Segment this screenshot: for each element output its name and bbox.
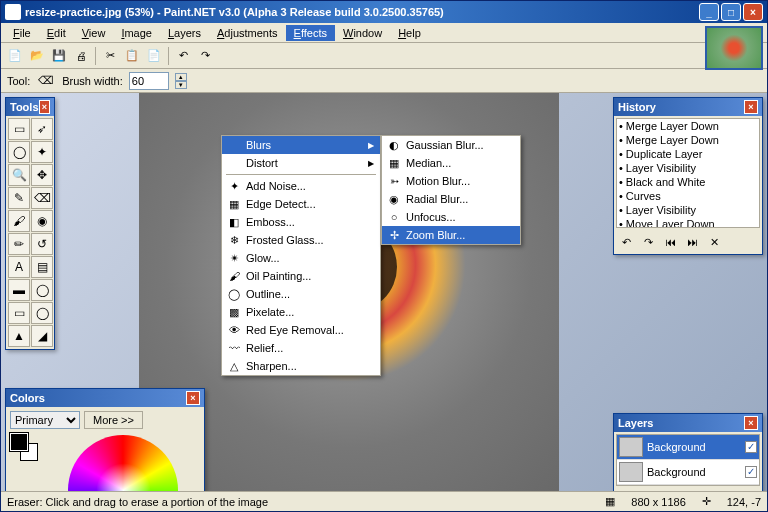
minimize-button[interactable]: _ [699, 3, 719, 21]
maximize-button[interactable]: □ [721, 3, 741, 21]
effect-red-eye-removal-[interactable]: 👁Red Eye Removal... [222, 321, 380, 339]
fg-bg-swatches[interactable] [10, 433, 40, 463]
effect-sharpen-[interactable]: △Sharpen... [222, 357, 380, 375]
color-wheel[interactable] [68, 435, 178, 491]
effect-relief-[interactable]: 〰Relief... [222, 339, 380, 357]
history-redo-button[interactable]: ↷ [638, 232, 658, 252]
menu-view[interactable]: View [74, 25, 114, 41]
layer-item[interactable]: Background✓ [617, 435, 759, 460]
blur-zoom-blur-[interactable]: ✢Zoom Blur... [382, 226, 520, 244]
layer-down-button[interactable]: ▼ [720, 490, 739, 491]
colors-close-button[interactable]: × [186, 391, 200, 405]
menu-effects[interactable]: Effects [286, 25, 335, 41]
layer-delete-button[interactable]: ✕ [637, 490, 656, 491]
layer-add-button[interactable]: ➕ [616, 490, 635, 491]
effect-glow-[interactable]: ✴Glow... [222, 249, 380, 267]
tool-6[interactable]: ✎ [8, 187, 30, 209]
save-button[interactable]: 💾 [49, 46, 69, 66]
effect-emboss-[interactable]: ◧Emboss... [222, 213, 380, 231]
tool-5[interactable]: ✥ [31, 164, 53, 186]
layers-close-button[interactable]: × [744, 416, 758, 430]
tool-9[interactable]: ◉ [31, 210, 53, 232]
tool-15[interactable]: ◯ [31, 279, 53, 301]
tool-19[interactable]: ◢ [31, 325, 53, 347]
effect-edge-detect-[interactable]: ▦Edge Detect... [222, 195, 380, 213]
document-thumbnail[interactable] [705, 26, 763, 70]
active-tool-icon[interactable]: ⌫ [36, 71, 56, 91]
layer-item[interactable]: Background✓ [617, 460, 759, 485]
effect-outline-[interactable]: ◯Outline... [222, 285, 380, 303]
open-button[interactable]: 📂 [27, 46, 47, 66]
color-mode-select[interactable]: Primary [10, 411, 80, 429]
tool-13[interactable]: ▤ [31, 256, 53, 278]
layer-merge-button[interactable]: ⬇ [679, 490, 698, 491]
tool-3[interactable]: ✦ [31, 141, 53, 163]
history-item[interactable]: •Merge Layer Down [617, 133, 759, 147]
menu-edit[interactable]: Edit [39, 25, 74, 41]
history-delete-button[interactable]: ✕ [704, 232, 724, 252]
brush-width-input[interactable] [129, 72, 169, 90]
new-button[interactable]: 📄 [5, 46, 25, 66]
main-toolbar: 📄 📂 💾 🖨 ✂ 📋 📄 ↶ ↷ [1, 43, 767, 69]
layer-dup-button[interactable]: 📋 [658, 490, 677, 491]
blur-radial-blur-[interactable]: ◉Radial Blur... [382, 190, 520, 208]
tool-8[interactable]: 🖌 [8, 210, 30, 232]
history-item[interactable]: •Merge Layer Down [617, 119, 759, 133]
app-icon [5, 4, 21, 20]
effect-frosted-glass-[interactable]: ❄Frosted Glass... [222, 231, 380, 249]
brush-down-button[interactable]: ▼ [175, 81, 187, 89]
tool-14[interactable]: ▬ [8, 279, 30, 301]
paste-button[interactable]: 📄 [144, 46, 164, 66]
copy-button[interactable]: 📋 [122, 46, 142, 66]
status-hint: Eraser: Click and drag to erase a portio… [7, 496, 268, 508]
tool-12[interactable]: A [8, 256, 30, 278]
history-item[interactable]: •Layer Visibility [617, 203, 759, 217]
blur-motion-blur-[interactable]: ➳Motion Blur... [382, 172, 520, 190]
tool-1[interactable]: ➶ [31, 118, 53, 140]
blur-gaussian-blur-[interactable]: ◐Gaussian Blur... [382, 136, 520, 154]
redo-button[interactable]: ↷ [195, 46, 215, 66]
layer-props-button[interactable]: ⚙ [741, 490, 760, 491]
history-item[interactable]: •Layer Visibility [617, 161, 759, 175]
tool-4[interactable]: 🔍 [8, 164, 30, 186]
blur-unfocus-[interactable]: ○Unfocus... [382, 208, 520, 226]
tool-17[interactable]: ◯ [31, 302, 53, 324]
close-button[interactable]: × [743, 3, 763, 21]
brush-up-button[interactable]: ▲ [175, 73, 187, 81]
effect-distort[interactable]: Distort▶ [222, 154, 380, 172]
effect-add-noise-[interactable]: ✦Add Noise... [222, 177, 380, 195]
menu-layers[interactable]: Layers [160, 25, 209, 41]
history-close-button[interactable]: × [744, 100, 758, 114]
tool-7[interactable]: ⌫ [31, 187, 53, 209]
more-colors-button[interactable]: More >> [84, 411, 143, 429]
history-undo-button[interactable]: ↶ [616, 232, 636, 252]
menu-adjustments[interactable]: Adjustments [209, 25, 286, 41]
effect-oil-painting-[interactable]: 🖌Oil Painting... [222, 267, 380, 285]
history-rewind-button[interactable]: ⏮ [660, 232, 680, 252]
tool-2[interactable]: ◯ [8, 141, 30, 163]
tool-16[interactable]: ▭ [8, 302, 30, 324]
tool-18[interactable]: ▲ [8, 325, 30, 347]
menu-window[interactable]: Window [335, 25, 390, 41]
history-item[interactable]: •Duplicate Layer [617, 147, 759, 161]
menu-file[interactable]: File [5, 25, 39, 41]
menu-image[interactable]: Image [113, 25, 160, 41]
history-item[interactable]: •Black and White [617, 175, 759, 189]
effect-pixelate-[interactable]: ▩Pixelate... [222, 303, 380, 321]
undo-button[interactable]: ↶ [173, 46, 193, 66]
history-item[interactable]: •Move Layer Down [617, 217, 759, 228]
history-item[interactable]: •Curves [617, 189, 759, 203]
menubar: FileEditViewImageLayersAdjustmentsEffect… [1, 23, 767, 43]
tool-10[interactable]: ✏ [8, 233, 30, 255]
cut-button[interactable]: ✂ [100, 46, 120, 66]
tool-11[interactable]: ↺ [31, 233, 53, 255]
blur-median-[interactable]: ▦Median... [382, 154, 520, 172]
menu-help[interactable]: Help [390, 25, 429, 41]
tool-0[interactable]: ▭ [8, 118, 30, 140]
effects-menu: Blurs▶Distort▶✦Add Noise...▦Edge Detect.… [221, 135, 381, 376]
effect-blurs[interactable]: Blurs▶ [222, 136, 380, 154]
tools-close-button[interactable]: × [39, 100, 50, 114]
print-button[interactable]: 🖨 [71, 46, 91, 66]
layer-up-button[interactable]: ▲ [699, 490, 718, 491]
history-forward-button[interactable]: ⏭ [682, 232, 702, 252]
